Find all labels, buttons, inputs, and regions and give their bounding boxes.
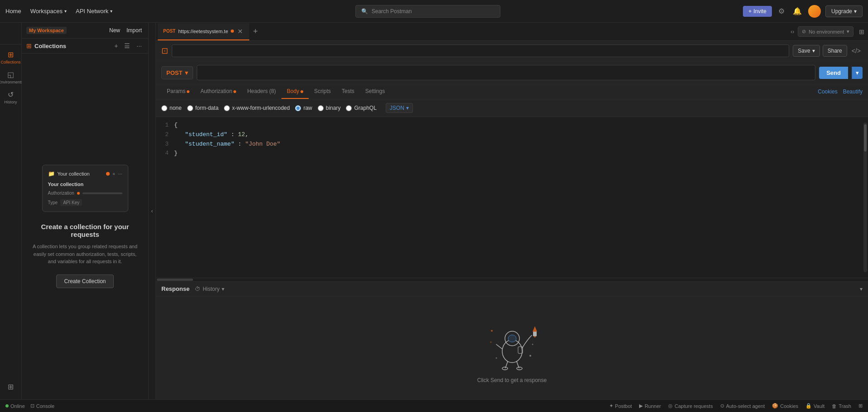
editor-scrollbar-thumb xyxy=(864,124,867,152)
radio-urlencoded[interactable]: x-www-form-urlencoded xyxy=(224,105,290,111)
upgrade-button[interactable]: Upgrade ▾ xyxy=(825,5,863,17)
invite-button[interactable]: + Invite xyxy=(743,6,772,17)
history-button[interactable]: ⏱ History ▾ xyxy=(195,286,224,292)
request-tab-right: Cookies Beautify xyxy=(818,85,863,98)
params-dot xyxy=(187,90,189,93)
svg-rect-4 xyxy=(533,332,537,336)
api-network-nav[interactable]: API Network ▾ xyxy=(76,8,112,15)
postbot-button[interactable]: ✦ Postbot xyxy=(609,403,632,409)
tab-grid-icon[interactable]: ⊞ xyxy=(857,26,866,37)
env-label: No environment xyxy=(809,29,844,34)
environment-selector[interactable]: ⊘ No environment ▾ xyxy=(798,26,853,37)
avatar[interactable] xyxy=(808,5,821,18)
radio-binary[interactable]: binary xyxy=(318,105,341,111)
radio-none[interactable]: none xyxy=(161,105,182,111)
format-selector[interactable]: JSON ▾ xyxy=(386,103,413,113)
request-tab-1[interactable]: POST https://eetestsystem.te ✕ xyxy=(158,23,249,40)
method-selector[interactable]: POST ▾ xyxy=(161,66,193,79)
trash-button[interactable]: 🗑 Trash xyxy=(832,403,851,409)
auto-select-agent-button[interactable]: ⊙ Auto-select agent xyxy=(720,403,765,409)
top-bar: Home Workspaces ▾ API Network ▾ 🔍 Search… xyxy=(0,0,868,23)
share-button[interactable]: Share xyxy=(823,45,847,57)
tests-tab[interactable]: Tests xyxy=(336,84,360,99)
editor-hscrollbar-thumb xyxy=(157,279,193,281)
online-dot xyxy=(5,404,9,407)
radio-urlencoded-input[interactable] xyxy=(224,105,230,111)
home-nav[interactable]: Home xyxy=(5,8,21,15)
tab-close-icon[interactable]: ✕ xyxy=(237,28,244,35)
tab-bar: POST https://eetestsystem.te ✕ + ‹› ⊘ No… xyxy=(156,23,868,41)
import-button[interactable]: Import xyxy=(125,26,144,34)
workspaces-nav[interactable]: Workspaces ▾ xyxy=(30,8,67,15)
svg-point-8 xyxy=(517,367,522,370)
console-button[interactable]: ⊡ Console xyxy=(30,403,54,409)
scripts-tab[interactable]: Scripts xyxy=(309,84,336,99)
runner-button[interactable]: ▶ Runner xyxy=(639,403,661,409)
add-collection-button[interactable]: + xyxy=(112,41,120,50)
tab-add-button[interactable]: + xyxy=(249,25,262,38)
sidebar-item-history[interactable]: ↺ History xyxy=(2,88,20,106)
svg-point-11 xyxy=(495,357,497,358)
radio-graphql[interactable]: GraphQL xyxy=(346,105,376,111)
send-dropdown-button[interactable]: ▾ xyxy=(852,67,863,79)
radio-form-data-input[interactable] xyxy=(187,105,193,111)
env-chevron-icon: ▾ xyxy=(847,29,849,34)
radio-raw-input[interactable] xyxy=(295,105,301,111)
sidebar-item-environments[interactable]: ◱ Environments xyxy=(2,68,20,86)
url-input[interactable] xyxy=(197,65,815,80)
body-tab[interactable]: Body xyxy=(281,84,309,99)
settings-tab[interactable]: Settings xyxy=(360,84,390,99)
astronaut-illustration xyxy=(483,313,542,372)
sidebar-icons: ⊞ Collections ◱ Environments ↺ History ⊞ xyxy=(0,23,22,399)
bottom-bar: Online ⊡ Console ✦ Postbot ▶ Runner ◎ Ca… xyxy=(0,399,868,412)
new-button[interactable]: New xyxy=(107,26,122,34)
sidebar-item-collections[interactable]: ⊞ Collections xyxy=(2,48,20,66)
tab-modified-dot xyxy=(231,29,234,33)
sidebar-item-plugins[interactable]: ⊞ xyxy=(2,378,20,396)
tab-history-icon: ‹› xyxy=(790,29,794,35)
response-collapse-button[interactable]: ▾ xyxy=(860,286,863,292)
headers-tab[interactable]: Headers (8) xyxy=(242,84,281,99)
editor-scrollbar[interactable] xyxy=(863,123,867,272)
cookies-bottom-button[interactable]: 🍪 Cookies xyxy=(772,403,798,409)
create-collection-button[interactable]: Create Collection xyxy=(56,275,113,288)
collection-add-icon[interactable]: + xyxy=(112,171,115,177)
notifications-button[interactable]: 🔔 xyxy=(791,5,804,17)
radio-graphql-input[interactable] xyxy=(346,105,352,111)
no-env-icon: ⊘ xyxy=(802,29,806,34)
vault-button[interactable]: 🔒 Vault xyxy=(805,403,824,409)
code-content[interactable]: { "student_id" : 12, "student_name" : "J… xyxy=(174,121,863,274)
radio-form-data[interactable]: form-data xyxy=(187,105,218,111)
auth-row: Authorization xyxy=(48,191,122,196)
save-button[interactable]: Save ▾ xyxy=(793,45,820,57)
more-options-button[interactable]: ··· xyxy=(135,41,144,50)
history-chevron-icon: ▾ xyxy=(222,286,224,292)
radio-none-input[interactable] xyxy=(161,105,167,111)
send-button[interactable]: Send xyxy=(819,67,848,79)
panel-collapse-arrow[interactable]: ‹ xyxy=(149,23,156,399)
radio-raw[interactable]: raw xyxy=(295,105,312,111)
search-input[interactable]: 🔍 Search Postman xyxy=(355,5,500,18)
code-editor[interactable]: 1 2 3 4 { "student_id" : 12, "student_na… xyxy=(156,117,868,278)
cookies-bottom-icon: 🍪 xyxy=(772,403,778,409)
runner-icon: ▶ xyxy=(639,403,643,409)
vault-icon: 🔒 xyxy=(805,403,812,409)
beautify-link[interactable]: Beautify xyxy=(843,85,863,98)
svg-point-13 xyxy=(490,341,491,343)
cookies-link[interactable]: Cookies xyxy=(818,85,837,98)
capture-requests-button[interactable]: ◎ Capture requests xyxy=(668,403,713,409)
filter-collections-button[interactable]: ☰ xyxy=(122,41,132,50)
settings-button[interactable]: ⚙ xyxy=(776,5,786,17)
collection-more-icon[interactable]: ··· xyxy=(118,171,122,177)
upgrade-chevron-icon: ▾ xyxy=(854,8,857,15)
request-tabs: Params Authorization Headers (8) Body Sc… xyxy=(156,84,868,99)
auth-tab[interactable]: Authorization xyxy=(195,84,242,99)
workspace-label[interactable]: My Workspace xyxy=(26,27,67,34)
layout-button[interactable]: ⊞ xyxy=(858,403,863,409)
auto-select-icon: ⊙ xyxy=(720,403,724,409)
code-line-4: } xyxy=(174,149,857,158)
radio-binary-input[interactable] xyxy=(318,105,324,111)
code-snippet-button[interactable]: </> xyxy=(850,45,863,56)
params-tab[interactable]: Params xyxy=(161,84,195,99)
collections-content: 📁 Your collection + ··· Your collection … xyxy=(22,54,148,399)
